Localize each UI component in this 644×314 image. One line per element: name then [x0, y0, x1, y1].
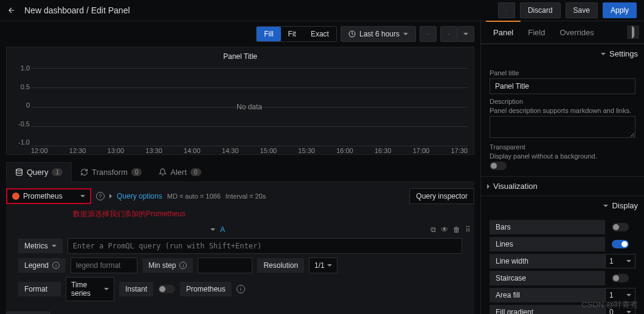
tab-alert-label: Alert: [170, 168, 187, 177]
info-icon[interactable]: i: [179, 262, 187, 269]
transparent-hint: Display panel without a background.: [490, 152, 635, 160]
refresh-icon: [448, 30, 449, 38]
exact-tab[interactable]: Exact: [303, 27, 336, 41]
tab-transform-count: 0: [131, 168, 142, 176]
panel-title-label: Panel title: [490, 69, 635, 77]
resolution-label: Resolution: [257, 258, 304, 273]
tab-query-count: 1: [52, 168, 63, 176]
chevron-down-icon: [403, 33, 408, 35]
caret-right-icon[interactable]: [109, 194, 112, 199]
instant-label: Instant: [119, 282, 153, 296]
interval-info: Interval = 20s: [226, 193, 266, 200]
toggle-visibility-icon[interactable]: 👁: [441, 225, 448, 234]
duplicate-query-icon[interactable]: ⧉: [431, 225, 436, 234]
minstep-input[interactable]: [198, 258, 252, 273]
apply-button[interactable]: Apply: [603, 2, 637, 18]
breadcrumb: New dashboard / Edit Panel: [24, 5, 130, 15]
query-options-link[interactable]: Query options: [117, 192, 162, 200]
caret-right-icon: [487, 184, 490, 189]
query-id: A: [220, 225, 225, 234]
description-hint: Panel description supports markdown and …: [490, 107, 635, 114]
datasource-annotation: 数据源选择我们添加的Prometheus: [73, 208, 474, 223]
prometheus-help-label: Prometheus: [180, 282, 232, 296]
panel-expand-button[interactable]: [627, 26, 639, 39]
save-button[interactable]: Save: [566, 2, 598, 18]
md-info: MD = auto = 1086: [167, 193, 221, 200]
bars-toggle[interactable]: [612, 223, 629, 231]
section-settings[interactable]: Settings: [481, 44, 644, 63]
chevron-down-icon: [463, 33, 468, 35]
chevron-down-icon: [327, 264, 332, 267]
chevron-down-icon: [626, 294, 631, 296]
gear-icon: [506, 7, 507, 15]
tab-query[interactable]: Query 1: [6, 162, 72, 182]
time-range-picker[interactable]: Last 6 hours: [341, 26, 416, 42]
collapse-query-icon[interactable]: [210, 228, 215, 231]
instant-toggle[interactable]: [158, 285, 175, 293]
chevron-down-icon: [626, 311, 631, 313]
panel-tab-panel[interactable]: Panel: [486, 21, 521, 43]
query-inspector-button[interactable]: Query inspector: [409, 188, 474, 204]
tab-alert-count: 0: [190, 168, 201, 176]
delete-query-icon[interactable]: 🗑: [453, 225, 460, 234]
view-mode-segmented: Fill Fit Exact: [256, 26, 337, 42]
promql-input[interactable]: [68, 238, 462, 254]
resolution-select[interactable]: 1/1: [309, 258, 338, 273]
y-axis: 1.00.50-0.5-1.0: [13, 64, 30, 146]
transform-icon: [80, 168, 88, 176]
info-icon[interactable]: i: [52, 262, 60, 269]
legend-input[interactable]: [71, 258, 137, 273]
clock-icon: [348, 30, 356, 38]
settings-button[interactable]: [498, 2, 515, 18]
tab-transform-label: Transform: [92, 168, 128, 177]
description-input[interactable]: [490, 116, 635, 138]
chevron-down-icon: [603, 205, 608, 207]
metrics-label[interactable]: Metrics: [18, 239, 63, 253]
format-select[interactable]: Time series: [66, 277, 114, 301]
fill-tab[interactable]: Fill: [257, 27, 280, 41]
watermark: CSDN @叶青煮: [581, 299, 638, 310]
transparent-label: Transparent: [490, 143, 635, 151]
panel-title-input[interactable]: [490, 78, 635, 94]
refresh-interval-dropdown[interactable]: [457, 26, 474, 42]
bars-label: Bars: [490, 220, 605, 234]
chart-title: Panel Title: [7, 47, 474, 64]
info-icon[interactable]: i: [237, 285, 245, 293]
add-query-button[interactable]: + Query: [6, 312, 50, 314]
tab-query-label: Query: [27, 168, 48, 177]
bell-icon: [159, 168, 167, 176]
back-arrow-icon[interactable]: [7, 6, 16, 15]
zoom-out-button[interactable]: [420, 26, 437, 42]
section-display[interactable]: Display: [481, 196, 644, 215]
svg-point-3: [16, 169, 23, 171]
time-range-label: Last 6 hours: [359, 30, 400, 38]
line-width-label: Line width: [490, 254, 605, 268]
database-icon: [15, 168, 23, 176]
staircase-toggle[interactable]: [612, 274, 629, 282]
tab-transform[interactable]: Transform 0: [72, 162, 150, 182]
datasource-select[interactable]: Prometheus: [6, 188, 91, 204]
no-data-label: No data: [237, 103, 262, 111]
line-width-select[interactable]: 1: [605, 254, 635, 268]
drag-handle-icon[interactable]: ⠿: [465, 225, 471, 234]
panel-tab-overrides[interactable]: Overrides: [552, 22, 601, 43]
caret-right-icon: [632, 26, 634, 39]
tab-alert[interactable]: Alert 0: [150, 162, 209, 182]
section-visualization[interactable]: Visualization: [481, 176, 644, 196]
lines-toggle[interactable]: [612, 240, 629, 248]
fit-tab[interactable]: Fit: [281, 27, 303, 41]
chevron-down-icon: [52, 245, 57, 247]
transparent-toggle[interactable]: [490, 162, 507, 170]
legend-label: Legend i: [18, 258, 66, 273]
discard-button[interactable]: Discard: [520, 2, 561, 18]
datasource-help-icon[interactable]: ?: [96, 192, 105, 200]
lines-label: Lines: [490, 237, 605, 251]
chart-panel: Panel Title 1.00.50-0.5-1.0 No data 12:0…: [6, 47, 474, 155]
x-axis: 12:0012:3013:0013:3014:0014:3015:0015:30…: [31, 147, 468, 154]
refresh-button[interactable]: [440, 26, 457, 42]
prometheus-logo-icon: [12, 193, 19, 200]
format-label: Format: [18, 282, 61, 296]
panel-tab-field[interactable]: Field: [521, 22, 552, 43]
minstep-label: Min step i: [142, 258, 193, 273]
zoom-out-icon: [428, 30, 429, 38]
